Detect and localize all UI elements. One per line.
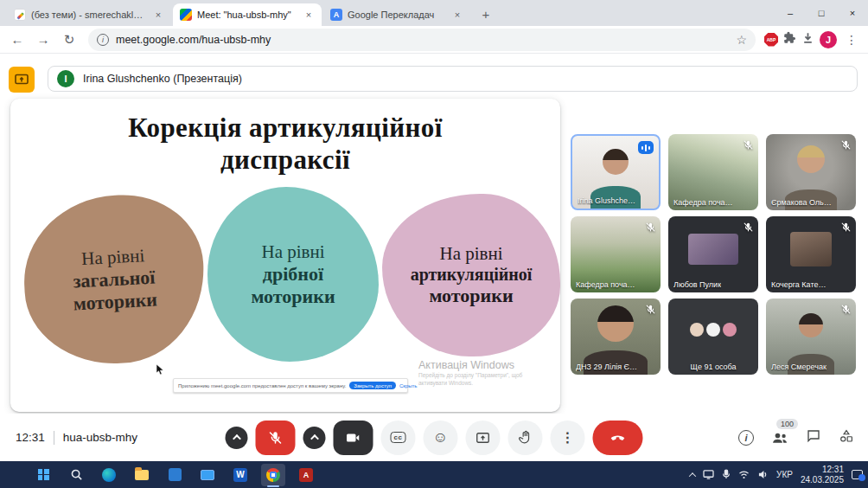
present-screen-icon xyxy=(475,430,491,446)
network-tray-icon[interactable] xyxy=(738,467,750,483)
mic-tray-icon[interactable] xyxy=(722,467,731,483)
blob-text: моторики xyxy=(429,285,513,307)
raise-hand-icon xyxy=(518,430,533,445)
blob-text: моторики xyxy=(73,288,157,315)
close-tab-icon[interactable]: × xyxy=(451,9,463,21)
start-button[interactable] xyxy=(31,464,55,486)
hidden-icons-chevron[interactable] xyxy=(689,472,696,479)
meeting-panels: i 100 xyxy=(738,428,854,447)
presenter-name: Irina Glushchenko (Презентація) xyxy=(83,73,242,85)
reactions-button[interactable]: ☺ xyxy=(424,421,458,455)
tab-gmail-compose[interactable]: (без теми) - smerechaklesya@… × xyxy=(7,3,171,26)
participant-tile[interactable]: Кафедра поча… xyxy=(571,216,661,292)
adblock-extension-icon[interactable]: ABP xyxy=(764,33,778,47)
slide-blob-articulation-motor: На рівні артикуляційної моторики xyxy=(382,194,560,356)
presentation-indicator-icon[interactable] xyxy=(9,67,35,93)
forward-button[interactable]: → xyxy=(33,29,54,50)
chrome-icon xyxy=(266,468,280,482)
extensions-puzzle-icon[interactable] xyxy=(783,31,796,48)
monitor-app-button[interactable] xyxy=(195,464,220,486)
kebab-icon: ⋮ xyxy=(561,429,575,446)
participant-tile[interactable]: Єрмакова Оль… xyxy=(766,134,856,210)
call-controls: cc ☺ ⋮ xyxy=(226,421,643,455)
taskbar-time: 12:31 xyxy=(822,465,844,475)
raise-hand-button[interactable] xyxy=(508,421,543,455)
word-button[interactable]: W xyxy=(228,464,252,486)
language-indicator[interactable]: УКР xyxy=(776,470,793,479)
mic-off-icon xyxy=(268,430,284,446)
edge-browser-icon[interactable] xyxy=(97,464,121,486)
acrobat-icon: A xyxy=(299,468,313,482)
volume-tray-icon[interactable] xyxy=(757,467,769,483)
more-options-button[interactable]: ⋮ xyxy=(551,421,585,455)
slide-title: Корекція артикуляційної диспраксії xyxy=(61,112,510,176)
camera-options-chevron-button[interactable] xyxy=(303,427,326,449)
mic-mute-button[interactable] xyxy=(256,421,296,455)
blob-text: моторики xyxy=(251,286,335,308)
mic-options-chevron-button[interactable] xyxy=(226,427,248,449)
tab-label: Meet: "hua-ubsb-mhy" xyxy=(197,10,297,20)
mic-off-icon xyxy=(645,221,656,232)
browser-toolbar: ← → ↻ i meet.google.com/hua-ubsb-mhy ☆ A… xyxy=(0,26,868,54)
close-window-button[interactable]: × xyxy=(837,0,868,26)
tab-translate[interactable]: A Google Перекладач × xyxy=(323,3,470,26)
chat-panel-button[interactable] xyxy=(806,428,821,447)
blue-app-button[interactable] xyxy=(163,464,187,486)
folder-icon xyxy=(135,470,149,480)
search-button[interactable] xyxy=(64,464,88,486)
participant-count-badge: 100 xyxy=(776,419,798,429)
slide-blob-general-motor: На рівні загальної моторики xyxy=(20,191,208,369)
url-text[interactable]: meet.google.com/hua-ubsb-mhy xyxy=(116,34,729,46)
downloads-icon[interactable] xyxy=(801,31,814,48)
participant-tile[interactable]: ДНЗ 29 Лілія Є… xyxy=(571,299,661,375)
people-panel-button[interactable]: 100 xyxy=(771,430,788,446)
translate-icon: A xyxy=(330,9,342,21)
meeting-details-button[interactable]: i xyxy=(738,430,754,446)
chevron-up-icon xyxy=(233,434,241,443)
meet-icon xyxy=(180,9,192,21)
bookmark-star-icon[interactable]: ☆ xyxy=(736,33,747,47)
present-screen-button[interactable] xyxy=(466,421,501,455)
clock-text: 12:31 xyxy=(16,431,45,444)
browser-menu-icon[interactable]: ⋮ xyxy=(842,33,861,47)
camera-button[interactable] xyxy=(334,421,373,455)
close-tab-icon[interactable]: × xyxy=(152,9,164,21)
participant-name: Любов Пулик xyxy=(673,280,721,289)
notification-center-button[interactable] xyxy=(852,470,863,479)
blob-text: артикуляційної xyxy=(411,265,533,285)
acrobat-button[interactable]: A xyxy=(294,464,318,486)
close-tab-icon[interactable]: × xyxy=(303,9,315,21)
activities-button[interactable] xyxy=(839,428,854,447)
overflow-participants-tile[interactable]: Ще 91 особа xyxy=(668,299,758,375)
presenter-avatar: I xyxy=(57,70,74,87)
participant-tile[interactable]: Кафедра поча… xyxy=(668,134,758,210)
participant-tile[interactable]: Irina Glushche… xyxy=(571,134,661,210)
leave-call-button[interactable] xyxy=(593,421,643,455)
tab-meet[interactable]: Meet: "hua-ubsb-mhy" × xyxy=(173,3,322,26)
refresh-button[interactable]: ↻ xyxy=(59,29,80,50)
site-info-icon[interactable]: i xyxy=(97,34,109,46)
word-icon: W xyxy=(233,468,247,482)
edge-icon xyxy=(102,468,116,482)
chrome-button[interactable] xyxy=(261,464,285,486)
display-tray-icon[interactable] xyxy=(703,467,714,483)
new-tab-button[interactable]: + xyxy=(477,5,495,22)
captions-icon: cc xyxy=(391,432,406,443)
emoji-icon: ☺ xyxy=(433,430,448,445)
hide-banner-link: Скрыть xyxy=(399,383,417,388)
captions-button[interactable]: cc xyxy=(381,421,416,455)
minimize-button[interactable]: – xyxy=(775,0,806,26)
blue-app-icon xyxy=(169,468,182,481)
chevron-up-icon xyxy=(310,434,319,443)
taskbar-clock[interactable]: 12:31 24.03.2025 xyxy=(801,465,844,485)
maximize-button[interactable]: □ xyxy=(806,0,837,26)
address-bar[interactable]: i meet.google.com/hua-ubsb-mhy ☆ xyxy=(88,29,756,51)
file-explorer-button[interactable] xyxy=(130,464,154,486)
participant-tile[interactable]: Леся Смеречак xyxy=(766,299,856,375)
meeting-code: hua-ubsb-mhy xyxy=(63,431,137,444)
participant-tile[interactable]: Кочерга Кате… xyxy=(766,216,856,292)
participant-tile[interactable]: Любов Пулик xyxy=(668,216,758,292)
profile-avatar[interactable]: J xyxy=(820,31,837,48)
back-button[interactable]: ← xyxy=(7,29,28,50)
participant-name: Ще 91 особа xyxy=(668,363,758,371)
